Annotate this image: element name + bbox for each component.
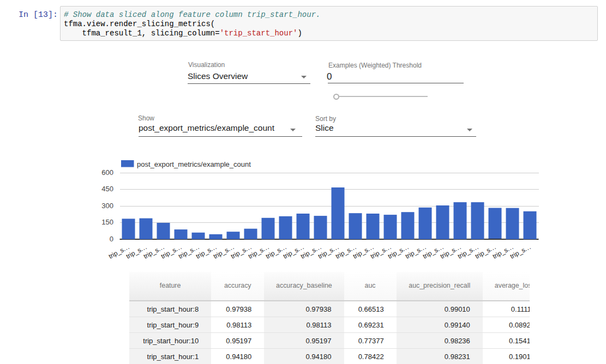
svg-text:600: 600	[101, 168, 113, 177]
svg-text:150: 150	[101, 218, 113, 226]
svg-text:0: 0	[110, 235, 113, 243]
svg-text:450: 450	[101, 185, 113, 193]
svg-text:post_export_metrics/example_co: post_export_metrics/example_count	[137, 160, 251, 168]
svg-text:300: 300	[101, 202, 113, 210]
